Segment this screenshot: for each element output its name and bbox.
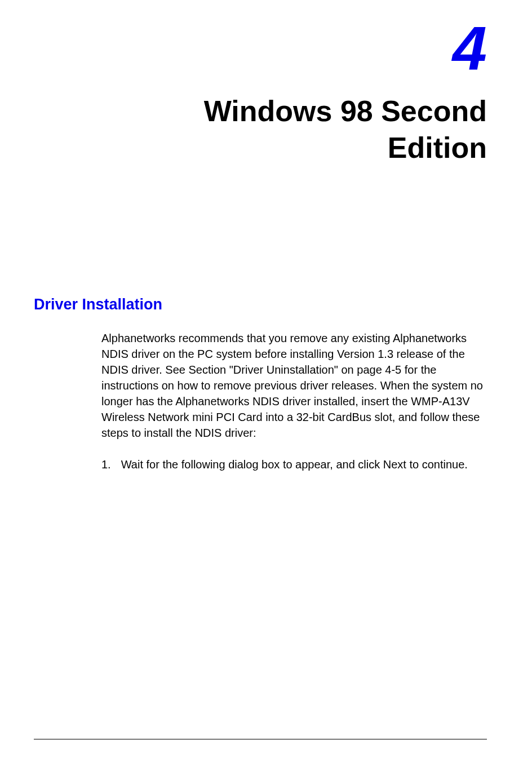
chapter-title-line2: Edition bbox=[388, 131, 487, 164]
body-paragraph: Alphanetworks recommends that you remove… bbox=[101, 330, 487, 441]
list-item-1: 1. Wait for the following dialog box to … bbox=[101, 457, 487, 472]
list-text: Wait for the following dialog box to app… bbox=[121, 457, 487, 472]
chapter-title: Windows 98 Second Edition bbox=[34, 93, 487, 166]
page-container: 4 Windows 98 Second Edition Driver Insta… bbox=[0, 0, 532, 472]
chapter-title-line1: Windows 98 Second bbox=[204, 95, 487, 127]
page-footer-line bbox=[34, 739, 487, 739]
section-heading: Driver Installation bbox=[34, 296, 487, 313]
chapter-number: 4 bbox=[34, 17, 487, 79]
list-number: 1. bbox=[101, 457, 111, 472]
